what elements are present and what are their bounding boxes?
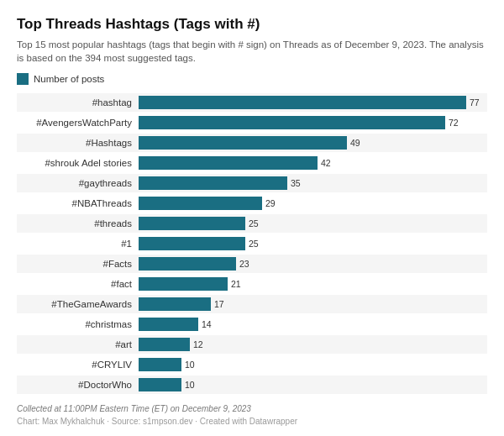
bar (139, 257, 236, 271)
bar-label: #fact (17, 279, 139, 289)
table-row: #fact21 (17, 275, 487, 293)
bar (139, 318, 198, 331)
bar-value-label: 23 (239, 259, 249, 269)
bar (139, 358, 181, 371)
bar-container: 25 (139, 214, 487, 233)
table-row: #DoctorWho10 (17, 376, 487, 394)
table-row: #Facts23 (17, 255, 487, 273)
chart-title: Top Threads Hashtags (Tags with #) (17, 15, 487, 33)
bar-container: 77 (139, 93, 487, 112)
bar (139, 217, 245, 230)
bar-value-label: 21 (231, 279, 241, 289)
bar-container: 29 (139, 194, 487, 213)
table-row: #CRYLIV10 (17, 355, 487, 374)
bar (139, 277, 228, 291)
bar (139, 237, 245, 250)
table-row: #NBAThreads29 (17, 194, 487, 213)
bar-value-label: 49 (350, 138, 360, 148)
bar (139, 297, 211, 311)
bar (139, 156, 318, 170)
bar-label: #DoctorWho (17, 380, 139, 390)
bar-container: 10 (139, 376, 487, 394)
table-row: #shrouk Adel stories42 (17, 154, 487, 172)
footer: Collected at 11:00PM Eastern Time (ET) o… (17, 402, 487, 428)
chart-subtitle: Top 15 most popular hashtags (tags that … (17, 38, 487, 65)
table-row: #hashtag77 (17, 93, 487, 112)
bar-value-label: 25 (249, 239, 259, 249)
bar-container: 35 (139, 174, 487, 192)
bar-container: 21 (139, 275, 487, 293)
bar-container: 25 (139, 234, 487, 253)
bar-container: 10 (139, 355, 487, 374)
bar (139, 136, 347, 150)
bar-label: #shrouk Adel stories (17, 158, 139, 168)
bar-value-label: 14 (202, 319, 212, 329)
bar-value-label: 25 (249, 218, 259, 229)
bar-label: #CRYLIV (17, 360, 139, 370)
bar-value-label: 12 (193, 339, 203, 349)
bar (139, 116, 445, 129)
bar-value-label: 29 (265, 198, 276, 208)
bar-container: 72 (139, 113, 487, 132)
bar-value-label: 42 (321, 158, 331, 168)
table-row: #art12 (17, 335, 487, 354)
table-row: #threads25 (17, 214, 487, 233)
table-row: #AvengersWatchParty72 (17, 113, 487, 132)
bar-chart: #hashtag77#AvengersWatchParty72#Hashtags… (17, 93, 487, 394)
bar-label: #Facts (17, 259, 139, 269)
bar-label: #hashtag (17, 97, 139, 108)
bar-label: #art (17, 339, 139, 349)
bar-value-label: 10 (185, 380, 195, 390)
bar (139, 378, 181, 391)
bar-label: #NBAThreads (17, 198, 139, 208)
bar-container: 42 (139, 154, 487, 172)
bar (139, 197, 262, 210)
bar-container: 12 (139, 335, 487, 354)
table-row: #125 (17, 234, 487, 253)
legend: Number of posts (17, 73, 487, 85)
bar (139, 96, 466, 109)
bar (139, 338, 190, 351)
bar-label: #1 (17, 239, 139, 249)
bar-label: #gaythreads (17, 178, 139, 188)
bar (139, 176, 287, 190)
table-row: #TheGameAwards17 (17, 295, 487, 313)
footer-collected: Collected at 11:00PM Eastern Time (ET) o… (17, 402, 487, 415)
bar-container: 23 (139, 255, 487, 273)
bar-label: #threads (17, 218, 139, 229)
bar-value-label: 72 (449, 118, 459, 128)
bar-value-label: 77 (470, 97, 480, 108)
table-row: #Hashtags49 (17, 134, 487, 152)
bar-label: #TheGameAwards (17, 299, 139, 309)
bar-label: #Hashtags (17, 138, 139, 148)
bar-label: #christmas (17, 319, 139, 329)
legend-label: Number of posts (34, 74, 104, 84)
legend-color-box (17, 73, 29, 85)
bar-value-label: 10 (185, 360, 195, 370)
table-row: #gaythreads35 (17, 174, 487, 192)
bar-label: #AvengersWatchParty (17, 118, 139, 128)
bar-container: 17 (139, 295, 487, 313)
bar-value-label: 35 (291, 178, 301, 188)
bar-container: 49 (139, 134, 487, 152)
bar-value-label: 17 (214, 299, 224, 309)
table-row: #christmas14 (17, 315, 487, 334)
footer-source: Chart: Max Mykhalchuk · Source: s1mpson.… (17, 415, 487, 428)
bar-container: 14 (139, 315, 487, 334)
